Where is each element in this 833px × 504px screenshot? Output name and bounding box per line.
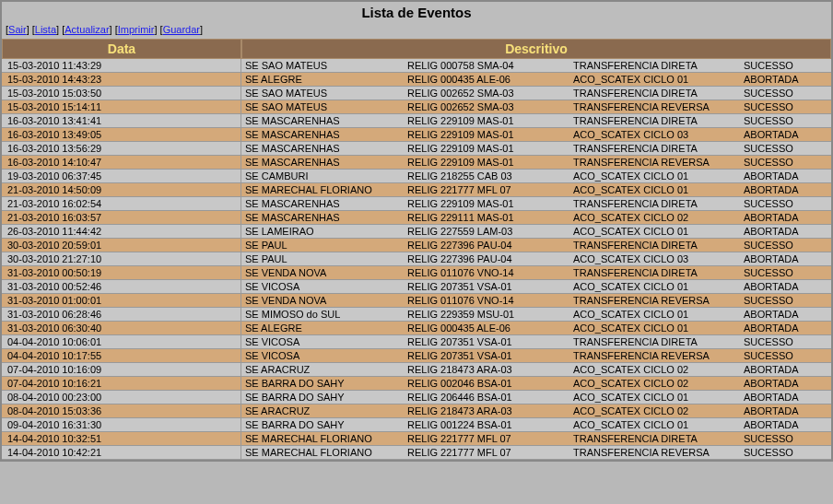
desc-relay-code: RELIG 002652 SMA-03 xyxy=(407,101,573,112)
cell-timestamp: 07-04-2010 10:16:09 xyxy=(2,363,241,376)
main-window: Lista de Eventos [Sair] [Lista] [Actuali… xyxy=(0,0,833,462)
desc-location: SE MASCARENHAS xyxy=(241,143,407,154)
table-row: 15-03-2010 14:43:23SE ALEGRERELIG 000435… xyxy=(2,73,831,87)
table-row: 09-04-2010 16:31:30SE BARRA DO SAHYRELIG… xyxy=(2,418,831,432)
cell-timestamp: 31-03-2010 00:50:19 xyxy=(2,266,241,279)
desc-event-type: ACO_SCATEX CICLO 02 xyxy=(573,364,744,375)
desc-result: ABORTADA xyxy=(744,184,831,195)
desc-location: SE BARRA DO SAHY xyxy=(241,378,407,389)
desc-result: SUCESSO xyxy=(744,60,831,71)
desc-relay-code: RELIG 227396 PAU-04 xyxy=(407,240,573,251)
save-link[interactable]: Guardar xyxy=(163,24,200,35)
table-row: 15-03-2010 15:14:11SE SAO MATEUSRELIG 00… xyxy=(2,100,831,114)
desc-location: SE PAUL xyxy=(241,253,407,264)
desc-event-type: TRANSFERENCIA DIRETA xyxy=(573,115,744,126)
desc-result: ABORTADA xyxy=(744,405,831,416)
table-row: 14-04-2010 10:42:21SE MARECHAL FLORIANOR… xyxy=(2,446,831,460)
cell-timestamp: 16-03-2010 14:10:47 xyxy=(2,156,241,169)
desc-relay-code: RELIG 229111 MAS-01 xyxy=(407,212,573,223)
desc-relay-code: RELIG 221777 MFL 07 xyxy=(407,433,573,444)
desc-relay-code: RELIG 207351 VSA-01 xyxy=(407,281,573,292)
desc-result: ABORTADA xyxy=(744,392,831,403)
table-row: 04-04-2010 10:06:01SE VICOSARELIG 207351… xyxy=(2,335,831,349)
cell-timestamp: 30-03-2010 20:59:01 xyxy=(2,239,241,252)
desc-relay-code: RELIG 218255 CAB 03 xyxy=(407,170,573,182)
table-row: 14-04-2010 10:32:51SE MARECHAL FLORIANOR… xyxy=(2,432,831,446)
desc-location: SE MASCARENHAS xyxy=(241,212,407,223)
desc-relay-code: RELIG 207351 VSA-01 xyxy=(407,336,573,347)
table-row: 16-03-2010 14:10:47SE MASCARENHASRELIG 2… xyxy=(2,156,831,170)
desc-relay-code: RELIG 001224 BSA-01 xyxy=(407,419,573,430)
cell-timestamp: 26-03-2010 11:44:42 xyxy=(2,225,241,238)
desc-relay-code: RELIG 229109 MAS-01 xyxy=(407,129,573,140)
desc-result: SUCESSO xyxy=(744,350,831,361)
desc-event-type: ACO_SCATEX CICLO 01 xyxy=(573,309,744,320)
desc-result: ABORTADA xyxy=(744,309,831,320)
desc-result: ABORTADA xyxy=(744,253,831,264)
cell-description: SE MASCARENHASRELIG 229109 MAS-01TRANSFE… xyxy=(241,156,831,169)
cell-timestamp: 15-03-2010 15:03:50 xyxy=(2,87,241,100)
table-row: 30-03-2010 20:59:01SE PAULRELIG 227396 P… xyxy=(2,239,831,252)
cell-timestamp: 31-03-2010 00:52:46 xyxy=(2,280,241,293)
desc-result: SUCESSO xyxy=(744,240,831,251)
exit-link[interactable]: Sair xyxy=(8,24,27,35)
desc-event-type: ACO_SCATEX CICLO 03 xyxy=(573,129,744,140)
table-row: 19-03-2010 06:37:45SE CAMBURIRELIG 21825… xyxy=(2,170,831,183)
desc-relay-code: RELIG 011076 VNO-14 xyxy=(407,295,573,306)
desc-location: SE MARECHAL FLORIANO xyxy=(241,447,407,458)
table-row: 07-04-2010 10:16:09SE ARACRUZRELIG 21847… xyxy=(2,363,831,377)
desc-relay-code: RELIG 229359 MSU-01 xyxy=(407,309,573,320)
cell-description: SE BARRA DO SAHYRELIG 206446 BSA-01ACO_S… xyxy=(241,391,831,404)
cell-timestamp: 19-03-2010 06:37:45 xyxy=(2,170,241,182)
cell-description: SE VENDA NOVARELIG 011076 VNO-14TRANSFER… xyxy=(241,266,831,279)
desc-event-type: TRANSFERENCIA REVERSA xyxy=(573,447,744,458)
table-row: 31-03-2010 06:30:40SE ALEGRERELIG 000435… xyxy=(2,322,831,335)
desc-event-type: ACO_SCATEX CICLO 01 xyxy=(573,281,744,292)
desc-event-type: ACO_SCATEX CICLO 02 xyxy=(573,212,744,223)
desc-event-type: TRANSFERENCIA DIRETA xyxy=(573,60,744,71)
desc-location: SE VENDA NOVA xyxy=(241,295,407,306)
desc-result: ABORTADA xyxy=(744,378,831,389)
desc-location: SE SAO MATEUS xyxy=(241,60,407,71)
desc-location: SE MASCARENHAS xyxy=(241,115,407,126)
desc-result: SUCESSO xyxy=(744,198,831,209)
table-row: 21-03-2010 16:02:54SE MASCARENHASRELIG 2… xyxy=(2,197,831,211)
events-table: Data Descritivo 15-03-2010 11:43:29SE SA… xyxy=(2,39,831,460)
cell-description: SE CAMBURIRELIG 218255 CAB 03ACO_SCATEX … xyxy=(241,170,831,182)
desc-relay-code: RELIG 000435 ALE-06 xyxy=(407,322,573,334)
desc-relay-code: RELIG 221777 MFL 07 xyxy=(407,447,573,458)
cell-description: SE ARACRUZRELIG 218473 ARA-03ACO_SCATEX … xyxy=(241,363,831,376)
desc-result: ABORTADA xyxy=(744,322,831,334)
desc-location: SE SAO MATEUS xyxy=(241,101,407,112)
print-link[interactable]: Imprimir xyxy=(118,24,155,35)
desc-location: SE ALEGRE xyxy=(241,74,407,85)
desc-result: ABORTADA xyxy=(744,170,831,182)
desc-event-type: TRANSFERENCIA DIRETA xyxy=(573,198,744,209)
desc-result: SUCESSO xyxy=(744,101,831,112)
desc-relay-code: RELIG 206446 BSA-01 xyxy=(407,392,573,403)
desc-event-type: ACO_SCATEX CICLO 02 xyxy=(573,405,744,416)
desc-result: SUCESSO xyxy=(744,336,831,347)
cell-description: SE MARECHAL FLORIANORELIG 221777 MFL 07A… xyxy=(241,183,831,196)
desc-location: SE MASCARENHAS xyxy=(241,129,407,140)
cell-description: SE VICOSARELIG 207351 VSA-01TRANSFERENCI… xyxy=(241,335,831,348)
desc-location: SE VICOSA xyxy=(241,336,407,347)
cell-description: SE ALEGRERELIG 000435 ALE-06ACO_SCATEX C… xyxy=(241,73,831,86)
cell-description: SE VENDA NOVARELIG 011076 VNO-14TRANSFER… xyxy=(241,294,831,307)
desc-location: SE ARACRUZ xyxy=(241,364,407,375)
table-row: 16-03-2010 13:41:41SE MASCARENHASRELIG 2… xyxy=(2,114,831,128)
cell-timestamp: 08-04-2010 15:03:36 xyxy=(2,404,241,417)
desc-relay-code: RELIG 207351 VSA-01 xyxy=(407,350,573,361)
table-header: Data Descritivo xyxy=(2,39,831,59)
desc-event-type: TRANSFERENCIA REVERSA xyxy=(573,295,744,306)
desc-result: SUCESSO xyxy=(744,88,831,99)
cell-timestamp: 31-03-2010 01:00:01 xyxy=(2,294,241,307)
desc-relay-code: RELIG 002652 SMA-03 xyxy=(407,88,573,99)
cell-description: SE MIMOSO do SULRELIG 229359 MSU-01ACO_S… xyxy=(241,308,831,321)
desc-event-type: ACO_SCATEX CICLO 03 xyxy=(573,253,744,264)
desc-result: ABORTADA xyxy=(744,281,831,292)
cell-timestamp: 16-03-2010 13:41:41 xyxy=(2,114,241,127)
refresh-link[interactable]: Actualizar xyxy=(65,24,109,35)
desc-location: SE BARRA DO SAHY xyxy=(241,419,407,430)
list-link[interactable]: Lista xyxy=(35,24,56,35)
